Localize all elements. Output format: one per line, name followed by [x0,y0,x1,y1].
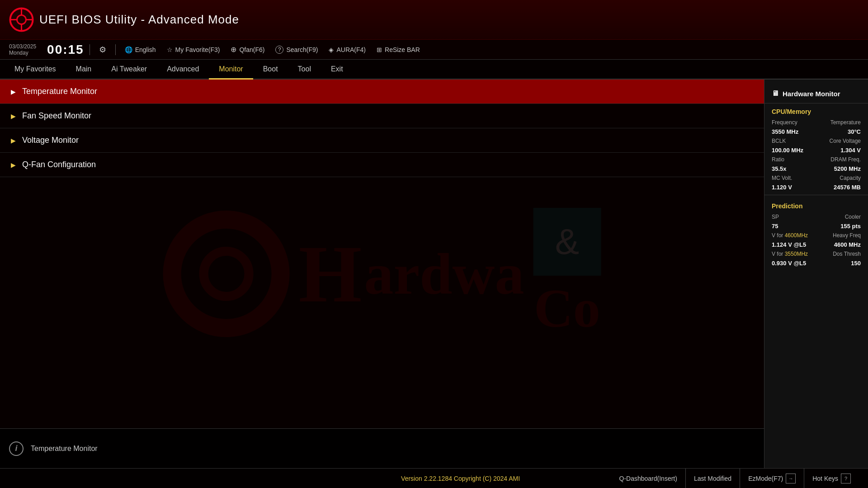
nav-my-favorites[interactable]: My Favorites [5,60,66,80]
v4600-freq-highlight: 4600MHz [785,232,808,239]
arrow-icon-voltage: ▶ [11,137,16,144]
version-text: Version 2.22.1284 Copyright (C) 2024 AMI [310,475,611,482]
search-help-icon: ? [275,46,283,54]
v3550-freq-highlight: 3550MHz [785,251,808,257]
toolbar-qfan[interactable]: ⊕ Qfan(F6) [227,43,268,56]
panel-row-sp-label: SP Cooler [764,212,868,221]
settings-button[interactable]: ⚙ [95,43,110,56]
footer-ez-mode[interactable]: EzMode(F7) → [740,469,804,488]
panel-row-v4600-label: V for 4600MHz Heavy Freq [764,231,868,240]
info-bar: i Temperature Monitor [0,428,764,468]
arrow-icon-qfan: ▶ [11,161,16,169]
settings-icon: ⚙ [99,45,106,55]
content-scroll: ▶ Temperature Monitor ▶ Fan Speed Monito… [0,80,764,428]
menu-list: ▶ Temperature Monitor ▶ Fan Speed Monito… [0,80,764,177]
monitor-icon: 🖥 [772,89,779,98]
star-icon: ☆ [167,46,173,53]
ratio-value: 35.5x [772,165,787,172]
frequency-label: Frequency [772,119,797,126]
resize-bar-icon: ⊞ [377,46,382,53]
main-layout: H ardwa & Co ▶ Temperature Monitor ▶ Fan… [0,80,868,468]
panel-row-frequency-label: Frequency Temperature [764,118,868,127]
sp-value: 75 [772,223,778,230]
logo-area: UEFI BIOS Utility - Advanced Mode [9,7,239,32]
menu-item-fan-speed-monitor[interactable]: ▶ Fan Speed Monitor [0,104,764,128]
panel-row-mcvolt-value: 1.120 V 24576 MB [764,183,868,192]
nav-exit[interactable]: Exit [321,60,353,80]
info-icon: i [9,441,24,456]
arrow-icon-fan: ▶ [11,113,16,120]
dos-thresh-value: 150 [851,260,861,267]
nav-advanced[interactable]: Advanced [157,60,209,80]
globe-icon: 🌐 [125,46,132,53]
footer-actions: Q-Dashboard(Insert) Last Modified EzMode… [611,469,859,488]
panel-section-cpu-memory: CPU/Memory [764,103,868,118]
footer-last-modified[interactable]: Last Modified [686,469,740,488]
nav-ai-tweaker[interactable]: Ai Tweaker [101,60,157,80]
panel-row-v4600-value: 1.124 V @L5 4600 MHz [764,240,868,249]
capacity-label: Capacity [840,175,861,181]
bclk-label: BCLK [772,138,786,144]
v4600-value: 1.124 V @L5 [772,241,806,248]
dram-freq-value: 5200 MHz [834,165,861,172]
date-display: 03/03/2025 Monday [9,43,36,56]
capacity-value: 24576 MB [834,184,861,191]
cooler-label: Cooler [845,214,861,220]
toolbar: 03/03/2025 Monday 00:15 ⚙ 🌐 English ☆ My… [0,40,868,60]
heavy-freq-label: Heavy Freq [833,232,861,239]
v3550-label: V for 3550MHz [772,251,808,257]
right-panel: 🖥 Hardware Monitor CPU/Memory Frequency … [764,80,868,468]
panel-row-v3550-value: 0.930 V @L5 150 [764,258,868,268]
ez-mode-icon: → [786,474,796,483]
datetime-block: 03/03/2025 Monday [9,43,36,56]
toolbar-divider-1 [90,44,90,55]
qfan-icon: ⊕ [231,45,236,54]
v4600-label: V for 4600MHz [772,232,808,239]
panel-divider [764,195,868,195]
svg-point-1 [17,15,26,24]
temperature-label: Temperature [830,119,861,126]
menu-item-temperature-monitor[interactable]: ▶ Temperature Monitor [0,80,764,104]
heavy-freq-value: 4600 MHz [834,241,861,248]
core-voltage-value: 1.304 V [840,147,861,154]
footer-q-dashboard[interactable]: Q-Dashboard(Insert) [611,469,686,488]
toolbar-divider-2 [115,44,116,55]
navbar: My Favorites Main Ai Tweaker Advanced Mo… [0,60,868,80]
bclk-value: 100.00 MHz [772,147,803,154]
nav-monitor[interactable]: Monitor [209,60,253,80]
temperature-value: 30°C [848,128,861,135]
panel-row-sp-value: 75 155 pts [764,221,868,231]
panel-row-bclk-value: 100.00 MHz 1.304 V [764,145,868,155]
toolbar-search[interactable]: ? Search(F9) [272,44,321,56]
toolbar-aura[interactable]: ◈ AURA(F4) [325,44,369,55]
rog-logo-icon [9,7,34,32]
mc-volt-label: MC Volt. [772,175,792,181]
time-display: 00:15 [47,42,84,57]
menu-item-voltage-monitor[interactable]: ▶ Voltage Monitor [0,128,764,153]
nav-main[interactable]: Main [66,60,102,80]
frequency-value: 3550 MHz [772,128,798,135]
footer-hot-keys[interactable]: Hot Keys ? [804,469,859,488]
panel-section-prediction: Prediction [764,198,868,212]
cooler-value: 155 pts [840,223,861,230]
v3550-value: 0.930 V @L5 [772,260,806,267]
dram-freq-label: DRAM Freq. [830,156,861,163]
toolbar-english[interactable]: 🌐 English [121,44,160,55]
footer: Version 2.22.1284 Copyright (C) 2024 AMI… [0,468,868,488]
ratio-label: Ratio [772,156,784,163]
toolbar-my-favorite[interactable]: ☆ My Favorite(F3) [163,44,224,55]
mc-volt-value: 1.120 V [772,184,792,191]
arrow-icon-temperature: ▶ [11,88,16,95]
dos-thresh-label: Dos Thresh [833,251,861,257]
nav-tool[interactable]: Tool [288,60,321,80]
content-area: H ardwa & Co ▶ Temperature Monitor ▶ Fan… [0,80,764,468]
app-title: UEFI BIOS Utility - Advanced Mode [39,13,239,27]
menu-item-qfan-configuration[interactable]: ▶ Q-Fan Configuration [0,153,764,177]
panel-title: 🖥 Hardware Monitor [764,84,868,103]
sp-label: SP [772,214,779,220]
info-text: Temperature Monitor [31,445,98,453]
panel-row-v3550-label: V for 3550MHz Dos Thresh [764,249,868,258]
nav-boot[interactable]: Boot [253,60,288,80]
header: UEFI BIOS Utility - Advanced Mode [0,0,868,40]
toolbar-resize-bar[interactable]: ⊞ ReSize BAR [373,44,424,55]
